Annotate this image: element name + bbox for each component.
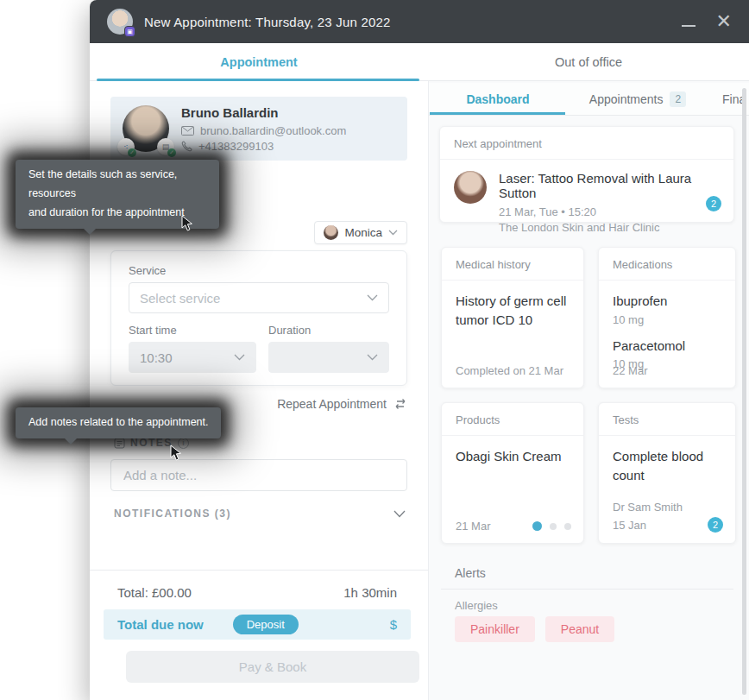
minimize-icon[interactable]: [682, 25, 696, 27]
tab-appointment[interactable]: Appointment: [90, 43, 428, 80]
cursor-pointer: [170, 445, 184, 462]
medical-history-body: History of germ cell tumor ICD 10: [442, 281, 583, 341]
allergy-tag[interactable]: Painkiller: [455, 616, 535, 642]
next-appointment-card[interactable]: Next appointment Laser: Tattoo Removal w…: [439, 126, 734, 223]
tests-body: Complete blood count: [599, 436, 735, 496]
start-time-select[interactable]: 10:30: [129, 342, 256, 373]
medications-card[interactable]: Medications Ibuprofen 10 mg Paracetomol …: [598, 247, 736, 388]
modal-titlebar: ▣ New Appointment: Thursday, 23 Jun 2022…: [90, 0, 749, 43]
currency-symbol: $: [390, 617, 397, 632]
next-appointment-location: The London Skin and Hair Clinic: [499, 221, 720, 234]
screen: ▣ New Appointment: Thursday, 23 Jun 2022…: [0, 0, 749, 700]
tab-out-of-office[interactable]: Out of office: [428, 43, 749, 80]
note-icon: [114, 438, 125, 449]
next-appointment-count-badge: 2: [706, 196, 721, 211]
deposit-button[interactable]: Deposit: [233, 615, 299, 634]
chevron-down-icon: [234, 354, 245, 361]
next-appointment-title: Laser: Tattoo Removal with Laura Sutton: [499, 171, 720, 200]
notes-tooltip: Add notes related to the appointment.: [16, 407, 221, 438]
tab-dashboard[interactable]: Dashboard: [429, 83, 567, 115]
medical-history-card[interactable]: Medical history History of germ cell tum…: [441, 247, 584, 388]
tests-card[interactable]: Tests Complete blood count Dr Sam Smith …: [598, 402, 736, 544]
appointments-count-badge: 2: [670, 91, 686, 107]
cursor-pointer: [181, 215, 195, 232]
titlebar-avatar: ▣: [107, 9, 133, 35]
total-due-row: Total due now Deposit $: [104, 609, 411, 640]
total-due-label: Total due now: [117, 617, 204, 632]
carousel-dots[interactable]: [532, 521, 571, 531]
products-card[interactable]: Products Obagi Skin Cream 21 Mar: [441, 402, 584, 544]
alerts-divider: [441, 589, 733, 590]
tests-footer: 15 Jan: [613, 519, 646, 532]
staff-avatar: [324, 225, 338, 240]
client-phone: +41383299103: [198, 140, 274, 153]
practitioner-avatar: [454, 171, 487, 204]
new-appointment-modal: ▣ New Appointment: Thursday, 23 Jun 2022…: [90, 0, 749, 700]
client-email: bruno.ballardin@outlook.com: [200, 124, 346, 137]
total-duration: 1h 30min: [343, 585, 397, 600]
staff-select[interactable]: Monica: [314, 221, 407, 244]
tests-count-badge: 2: [708, 517, 723, 533]
tests-doctor: Dr Sam Smith: [613, 501, 683, 514]
duration-label: Duration: [268, 324, 389, 337]
app-badge-icon: ▣: [124, 26, 135, 37]
email-icon: [181, 126, 194, 136]
chevron-down-icon: [367, 354, 378, 361]
allergy-tags: Painkiller Peanut: [455, 616, 614, 642]
close-icon[interactable]: ✕: [716, 12, 732, 31]
modal-title: New Appointment: Thursday, 23 Jun 2022: [144, 15, 391, 29]
next-appointment-datetime: 21 Mar, Tue • 15:20: [499, 205, 720, 218]
total-amount: Total: £00.00: [117, 585, 192, 600]
chevron-down-icon: [367, 294, 378, 301]
repeat-icon: [393, 398, 407, 410]
products-footer: 21 Mar: [456, 520, 490, 533]
client-dashboard-panel: Dashboard Appointments 2 Fina Next appoi…: [428, 81, 749, 700]
dashboard-tabs: Dashboard Appointments 2 Fina: [429, 83, 749, 116]
allergy-tag[interactable]: Peanut: [545, 616, 614, 642]
staff-name: Monica: [344, 226, 382, 239]
products-body: Obagi Skin Cream: [442, 436, 583, 477]
service-select[interactable]: Select service: [129, 282, 389, 313]
start-time-label: Start time: [129, 324, 256, 337]
medication-dose: 10 mg: [613, 312, 721, 329]
total-row: Total: £00.00 1h 30min: [117, 585, 397, 600]
medication-name: Ibuprofen: [613, 292, 721, 311]
service-form-card: Service Select service Start time 10:30: [110, 250, 407, 386]
phone-icon: [181, 141, 192, 152]
client-badge-card-icon: ▤: [157, 138, 174, 155]
carousel-dot[interactable]: [564, 523, 571, 530]
carousel-dot-active[interactable]: [532, 521, 542, 531]
modal-tabs: Appointment Out of office: [90, 43, 749, 81]
notifications-toggle[interactable]: NOTIFICATIONS (3): [114, 508, 406, 520]
client-avatar: ⁖ ▤: [123, 105, 169, 152]
alerts-header: Alerts: [455, 566, 486, 580]
chevron-down-icon: [388, 230, 398, 236]
allergies-label: Allergies: [455, 599, 498, 612]
duration-select[interactable]: [268, 342, 389, 373]
footer-divider: [90, 570, 428, 571]
service-label: Service: [129, 264, 389, 277]
client-card: ⁖ ▤ Bruno Ballardin bruno.ballardin@outl…: [110, 97, 407, 161]
client-badge-water-icon: ⁖: [117, 138, 135, 155]
medications-footer: 22 Mar: [613, 364, 647, 377]
client-name: Bruno Ballardin: [181, 105, 346, 120]
pay-and-book-button[interactable]: Pay & Book: [126, 651, 419, 683]
carousel-dot[interactable]: [550, 523, 557, 530]
vertical-scrollbar[interactable]: [742, 88, 746, 695]
repeat-appointment-button[interactable]: Repeat Appointment: [277, 397, 407, 411]
chevron-down-icon: [393, 510, 406, 518]
medical-history-footer: Completed on 21 Mar: [456, 364, 563, 377]
next-appointment-header: Next appointment: [440, 127, 733, 160]
note-input[interactable]: [110, 459, 407, 491]
medication-name: Paracetomol: [613, 337, 721, 356]
tab-appointments[interactable]: Appointments 2: [567, 83, 708, 115]
